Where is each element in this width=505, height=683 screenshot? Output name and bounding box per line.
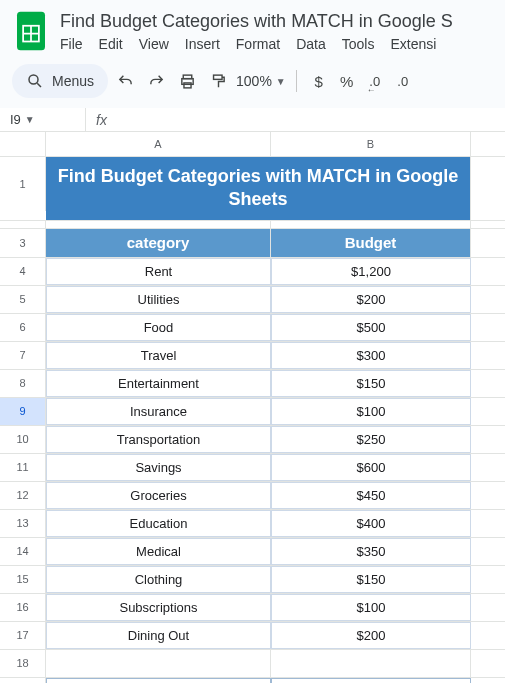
cell-category[interactable]: Groceries — [46, 482, 271, 509]
cell-lookup-budget[interactable] — [271, 678, 471, 683]
cell[interactable] — [46, 650, 271, 677]
col-header-b[interactable]: B — [271, 132, 471, 156]
row-header[interactable]: 19 — [0, 678, 46, 683]
header-category[interactable]: category — [46, 229, 271, 257]
cell-budget[interactable]: $450 — [271, 482, 471, 509]
menu-tools[interactable]: Tools — [342, 36, 375, 52]
cell-category[interactable]: Insurance — [46, 398, 271, 425]
paint-format-button[interactable] — [205, 68, 232, 94]
menu-edit[interactable]: Edit — [99, 36, 123, 52]
cell-category[interactable]: Utilities — [46, 286, 271, 313]
svg-point-4 — [29, 75, 38, 84]
row-header[interactable]: 6 — [0, 314, 46, 341]
table-row: 3 category Budget — [0, 229, 505, 258]
row-header[interactable]: 16 — [0, 594, 46, 621]
row-header[interactable]: 8 — [0, 370, 46, 397]
table-row: 11Savings$600 — [0, 454, 505, 482]
cell-category[interactable]: Savings — [46, 454, 271, 481]
table-row: 12Groceries$450 — [0, 482, 505, 510]
zoom-text: 100% — [236, 73, 272, 89]
decrease-decimal-button[interactable]: .0← — [363, 68, 387, 94]
currency-button[interactable]: $ — [307, 68, 331, 94]
cell-budget[interactable]: $250 — [271, 426, 471, 453]
menu-extensions[interactable]: Extensi — [390, 36, 436, 52]
row-header[interactable]: 10 — [0, 426, 46, 453]
table-row: 1 Find Budget Categories with MATCH in G… — [0, 157, 505, 221]
menu-insert[interactable]: Insert — [185, 36, 220, 52]
cell[interactable] — [46, 221, 271, 228]
cell-budget[interactable]: $300 — [271, 342, 471, 369]
caret-down-icon: ▼ — [276, 76, 286, 87]
table-row: 7Travel$300 — [0, 342, 505, 370]
cell-category[interactable]: Dining Out — [46, 622, 271, 649]
row-header[interactable]: 7 — [0, 342, 46, 369]
print-button[interactable] — [174, 68, 201, 94]
table-row: 17Dining Out$200 — [0, 622, 505, 650]
cell-category[interactable]: Travel — [46, 342, 271, 369]
row-header[interactable]: 17 — [0, 622, 46, 649]
title-cell[interactable]: Find Budget Categories with MATCH in Goo… — [46, 157, 471, 220]
cell-budget[interactable]: $200 — [271, 622, 471, 649]
zoom-level[interactable]: 100% ▼ — [236, 73, 286, 89]
table-row: 6Food$500 — [0, 314, 505, 342]
formula-input[interactable] — [117, 108, 505, 131]
select-all-corner[interactable] — [0, 132, 46, 156]
col-header-a[interactable]: A — [46, 132, 271, 156]
cell-budget[interactable]: $500 — [271, 314, 471, 341]
name-box[interactable]: I9 ▼ — [0, 108, 86, 131]
sheets-logo-icon[interactable] — [12, 8, 50, 54]
cell-budget[interactable]: $400 — [271, 510, 471, 537]
cell[interactable] — [271, 221, 471, 228]
cell-budget[interactable]: $100 — [271, 398, 471, 425]
cell-category[interactable]: Clothing — [46, 566, 271, 593]
table-row: 9Insurance$100 — [0, 398, 505, 426]
row-header[interactable]: 11 — [0, 454, 46, 481]
row-header[interactable]: 1 — [0, 157, 46, 211]
row-header[interactable]: 18 — [0, 650, 46, 677]
row-header[interactable]: 15 — [0, 566, 46, 593]
menu-file[interactable]: File — [60, 36, 83, 52]
row-header[interactable]: 3 — [0, 229, 46, 257]
table-row: 10Transportation$250 — [0, 426, 505, 454]
fx-icon: fx — [86, 112, 117, 128]
cell-category[interactable]: Rent — [46, 258, 271, 285]
table-row: 13Education$400 — [0, 510, 505, 538]
cell-budget[interactable]: $150 — [271, 370, 471, 397]
spreadsheet-grid: A B 1 Find Budget Categories with MATCH … — [0, 132, 505, 683]
cell-budget[interactable]: $200 — [271, 286, 471, 313]
document-title[interactable]: Find Budget Categories with MATCH in Goo… — [60, 11, 493, 32]
row-header[interactable]: 4 — [0, 258, 46, 285]
row-header[interactable] — [0, 221, 46, 228]
redo-button[interactable] — [143, 68, 170, 94]
cell-budget[interactable]: $100 — [271, 594, 471, 621]
cell-category[interactable]: Medical — [46, 538, 271, 565]
cell-budget[interactable]: $600 — [271, 454, 471, 481]
table-row: 16Subscriptions$100 — [0, 594, 505, 622]
undo-button[interactable] — [112, 68, 139, 94]
column-headers: A B — [0, 132, 505, 157]
cell-budget[interactable]: $150 — [271, 566, 471, 593]
cell[interactable] — [271, 650, 471, 677]
header-budget[interactable]: Budget — [271, 229, 471, 257]
menu-view[interactable]: View — [139, 36, 169, 52]
row-header[interactable]: 14 — [0, 538, 46, 565]
cell-category[interactable]: Subscriptions — [46, 594, 271, 621]
search-menus[interactable]: Menus — [12, 64, 108, 98]
row-header[interactable]: 5 — [0, 286, 46, 313]
row-header[interactable]: 12 — [0, 482, 46, 509]
row-header[interactable]: 9 — [0, 398, 46, 425]
menu-format[interactable]: Format — [236, 36, 280, 52]
cell-budget[interactable]: $1,200 — [271, 258, 471, 285]
cell-lookup-category[interactable]: Dining Out — [46, 678, 271, 683]
percent-button[interactable]: % — [335, 68, 359, 94]
cell-category[interactable]: Entertainment — [46, 370, 271, 397]
row-header[interactable]: 13 — [0, 510, 46, 537]
toolbar-divider — [296, 70, 297, 92]
cell-budget[interactable]: $350 — [271, 538, 471, 565]
cell-category[interactable]: Education — [46, 510, 271, 537]
increase-decimal-button[interactable]: .0 — [391, 68, 415, 94]
table-row: 15Clothing$150 — [0, 566, 505, 594]
cell-category[interactable]: Food — [46, 314, 271, 341]
cell-category[interactable]: Transportation — [46, 426, 271, 453]
menu-data[interactable]: Data — [296, 36, 326, 52]
